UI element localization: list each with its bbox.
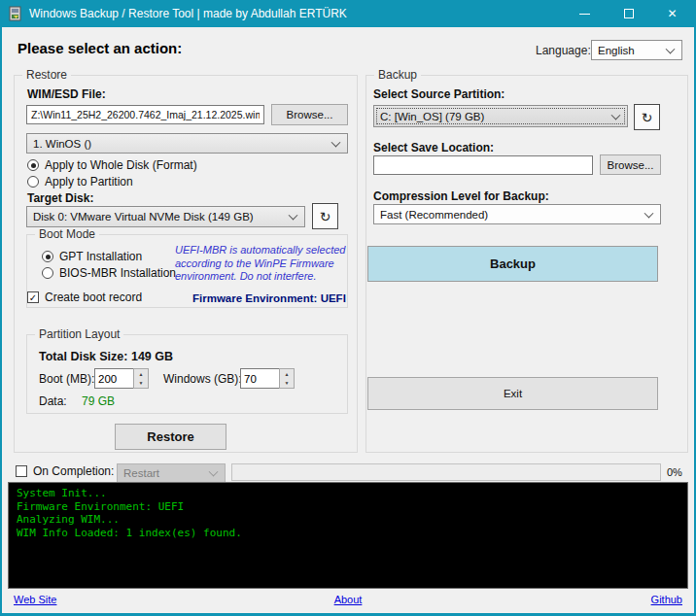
backup-group-label: Backup: [374, 68, 421, 82]
partition-layout-group-label: Partition Layout: [35, 327, 123, 341]
restore-group-label: Restore: [22, 68, 71, 82]
checkbox-checked-icon: ✓: [27, 291, 39, 303]
radio-whole-disk[interactable]: Apply to Whole Disk (Format): [27, 158, 197, 172]
stepper-up-icon[interactable]: ▲: [280, 369, 294, 379]
data-size-value: 79 GB: [82, 394, 115, 408]
log-console[interactable]: System Init... Firmware Environment: UEF…: [8, 482, 688, 589]
radio-bios-mbr[interactable]: BIOS-MBR Installation: [42, 266, 176, 280]
boot-mb-stepper[interactable]: ▲ ▼: [94, 368, 149, 389]
stepper-down-icon[interactable]: ▼: [280, 379, 294, 389]
minimize-button[interactable]: [563, 0, 607, 27]
log-line: Firmware Environment: UEFI: [17, 500, 687, 514]
boot-mode-group-label: Boot Mode: [35, 227, 99, 241]
on-completion-select[interactable]: Restart: [117, 463, 226, 483]
close-button[interactable]: ✕: [650, 0, 694, 27]
chevron-down-icon: [611, 110, 621, 120]
maximize-icon: [624, 9, 634, 18]
radio-whole-disk-label: Apply to Whole Disk (Format): [45, 158, 197, 172]
data-label: Data:: [39, 394, 67, 408]
create-boot-record-checkbox[interactable]: ✓ Create boot record: [27, 291, 142, 304]
target-disk-value: Disk 0: VMware Virtual NVMe Disk (149 GB…: [33, 211, 254, 222]
language-label: Language:: [536, 44, 591, 57]
total-disk-size-text: Total Disk Size: 149 GB: [39, 350, 173, 363]
log-line: System Init...: [17, 487, 687, 500]
refresh-icon: ↻: [320, 209, 331, 224]
refresh-disks-button[interactable]: ↻: [312, 203, 338, 229]
refresh-icon: ↻: [642, 110, 653, 125]
windows-gb-input[interactable]: [240, 368, 279, 389]
radio-dot-icon: [42, 267, 53, 279]
source-partition-label: Select Source Partition:: [373, 87, 505, 101]
save-location-label: Select Save Location:: [373, 141, 494, 154]
minimize-icon: [579, 14, 590, 15]
save-location-input[interactable]: [373, 155, 593, 175]
boot-mb-input[interactable]: [94, 368, 133, 389]
checkbox-unchecked-icon: [16, 465, 27, 477]
source-partition-select[interactable]: C: [Win_OS] (79 GB): [373, 105, 628, 127]
radio-dot-icon: [27, 176, 39, 188]
source-partition-value: C: [Win_OS] (79 GB): [380, 111, 484, 122]
stepper-down-icon[interactable]: ▼: [134, 379, 148, 389]
compression-select[interactable]: Fast (Recommended): [373, 204, 661, 224]
stepper-up-icon[interactable]: ▲: [134, 369, 148, 379]
refresh-partitions-button[interactable]: ↻: [634, 104, 660, 130]
on-completion-label: On Completion:: [33, 464, 114, 478]
chevron-down-icon: [331, 137, 341, 147]
on-completion-value: Restart: [123, 467, 159, 479]
window-title: Windows Backup / Restore Tool | made by …: [29, 7, 347, 20]
window-border-left: [0, 0, 2, 616]
titlebar[interactable]: Windows Backup / Restore Tool | made by …: [0, 0, 696, 27]
radio-gpt[interactable]: GPT Installation: [42, 250, 142, 263]
page-title: Please select an action:: [17, 40, 182, 56]
restore-button[interactable]: Restore: [115, 424, 226, 450]
github-link[interactable]: Github: [651, 594, 682, 605]
radio-dot-icon: [27, 159, 39, 171]
chevron-down-icon: [209, 467, 219, 477]
close-icon: ✕: [667, 7, 677, 20]
language-select[interactable]: English: [591, 40, 682, 60]
image-index-select[interactable]: 1. WinOS (): [26, 133, 348, 154]
wim-file-input[interactable]: [26, 105, 264, 124]
progress-percent: 0%: [667, 466, 682, 478]
log-line: WIM Info Loaded: 1 index(es) found.: [17, 527, 687, 540]
on-completion-checkbox[interactable]: On Completion:: [16, 464, 114, 478]
app-window: Windows Backup / Restore Tool | made by …: [0, 0, 696, 616]
log-line: Analyzing WIM...: [17, 513, 687, 527]
maximize-button[interactable]: [607, 0, 650, 27]
chevron-down-icon: [644, 208, 654, 218]
radio-gpt-label: GPT Installation: [59, 250, 142, 263]
wim-file-label: WIM/ESD File:: [27, 87, 106, 101]
radio-apply-partition[interactable]: Apply to Partition: [27, 175, 133, 188]
radio-bios-mbr-label: BIOS-MBR Installation: [59, 266, 176, 280]
windows-gb-stepper[interactable]: ▲ ▼: [240, 368, 295, 389]
windows-gb-label: Windows (GB):: [163, 372, 242, 386]
boot-mode-note: UEFI-MBR is automatically selected accor…: [175, 244, 348, 284]
create-boot-record-label: Create boot record: [45, 291, 142, 304]
language-value: English: [598, 45, 635, 56]
compression-label: Compression Level for Backup:: [373, 189, 549, 203]
target-disk-select[interactable]: Disk 0: VMware Virtual NVMe Disk (149 GB…: [26, 206, 305, 227]
target-disk-label: Target Disk:: [27, 191, 93, 205]
exit-button[interactable]: Exit: [367, 377, 658, 410]
radio-dot-icon: [42, 251, 53, 262]
backup-button[interactable]: Backup: [367, 246, 658, 282]
firmware-environment-text: Firmware Environment: UEFI: [192, 292, 346, 304]
progress-bar: [231, 463, 661, 481]
chevron-down-icon: [289, 211, 298, 221]
wim-browse-button[interactable]: Browse...: [271, 104, 348, 125]
chevron-down-icon: [666, 44, 676, 53]
radio-apply-partition-label: Apply to Partition: [45, 175, 133, 188]
app-icon: [8, 6, 23, 21]
save-browse-button[interactable]: Browse...: [600, 154, 661, 175]
image-index-value: 1. WinOS (): [33, 138, 91, 150]
boot-mb-label: Boot (MB):: [39, 372, 94, 386]
about-link[interactable]: About: [334, 594, 363, 605]
compression-value: Fast (Recommended): [380, 209, 488, 221]
website-link[interactable]: Web Site: [14, 594, 56, 605]
